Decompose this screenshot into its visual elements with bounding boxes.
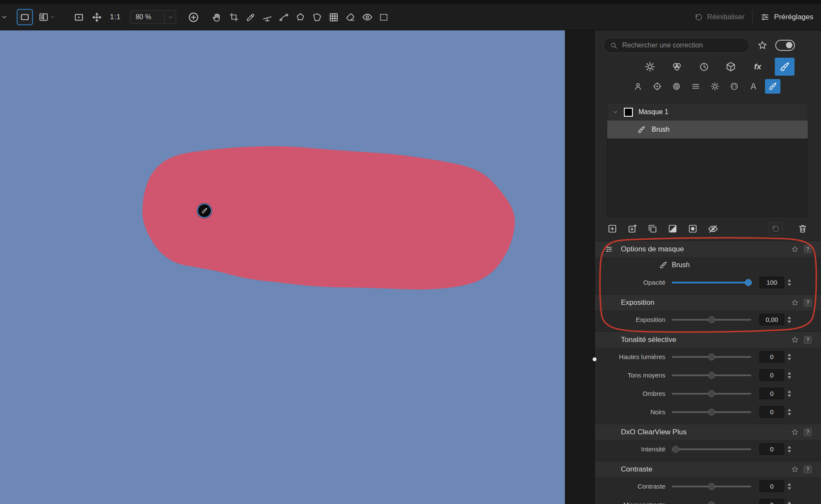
mask-thumbnail[interactable]: [624, 108, 633, 117]
step-down-icon[interactable]: [788, 376, 791, 379]
slider-thumb[interactable]: [708, 316, 715, 323]
mask-tool-row[interactable]: Brush: [607, 121, 808, 139]
step-down-icon[interactable]: [788, 321, 791, 323]
tab-detail[interactable]: [694, 58, 714, 76]
toggle-mask-visibility-button[interactable]: [707, 224, 718, 234]
shadows-slider[interactable]: [672, 393, 751, 395]
step-down-icon[interactable]: [788, 450, 791, 453]
blacks-slider[interactable]: [672, 411, 751, 413]
midtones-slider[interactable]: [672, 374, 751, 376]
search-input[interactable]: [622, 41, 743, 49]
value-stepper[interactable]: [788, 354, 791, 360]
reset-button[interactable]: Réinitialiser: [694, 13, 744, 21]
hand-tool-button[interactable]: [212, 12, 222, 23]
step-down-icon[interactable]: [788, 413, 791, 416]
value-box[interactable]: 0: [759, 443, 784, 455]
polygon-tool-button[interactable]: [312, 12, 322, 23]
step-up-icon[interactable]: [788, 501, 791, 504]
value-stepper[interactable]: [788, 279, 791, 286]
step-up-icon[interactable]: [788, 409, 791, 411]
value-box[interactable]: 0: [759, 480, 784, 492]
help-button[interactable]: ?: [804, 299, 812, 307]
control-line-button[interactable]: [669, 79, 684, 94]
zoom-in-button[interactable]: [187, 11, 200, 24]
help-button[interactable]: ?: [804, 428, 812, 436]
control-point-button[interactable]: [650, 79, 665, 94]
zoom-level-select[interactable]: 80 %: [130, 10, 176, 24]
section-header-contrast[interactable]: Contraste ?: [595, 461, 821, 477]
fill-mask-button[interactable]: [687, 224, 698, 234]
tab-effects[interactable]: fx: [748, 58, 768, 76]
favorites-filter-button[interactable]: [757, 40, 768, 50]
presets-button[interactable]: Préréglages: [760, 12, 813, 22]
star-icon[interactable]: [791, 299, 799, 307]
tab-color[interactable]: [667, 58, 687, 76]
value-stepper[interactable]: [788, 390, 791, 397]
slider-thumb[interactable]: [708, 501, 715, 504]
invert-mask-button[interactable]: [667, 224, 678, 234]
step-up-icon[interactable]: [788, 316, 791, 319]
help-button[interactable]: ?: [804, 466, 812, 473]
luminance-mask-button[interactable]: [707, 79, 723, 94]
exposure-slider[interactable]: [672, 319, 751, 321]
section-header-mask-options[interactable]: Options de masque ?: [595, 241, 821, 257]
section-header-selective-tone[interactable]: Tonalité sélective ?: [595, 331, 821, 348]
value-box[interactable]: 0,00: [759, 314, 784, 325]
value-box[interactable]: 0: [759, 388, 784, 399]
selection-tool-button[interactable]: [378, 12, 389, 23]
step-up-icon[interactable]: [788, 372, 791, 374]
section-header-exposure[interactable]: Exposition ?: [595, 294, 821, 310]
zoom-1-1-button[interactable]: 1:1: [110, 13, 121, 21]
compare-view-button[interactable]: [17, 9, 33, 25]
step-up-icon[interactable]: [788, 446, 791, 448]
step-down-icon[interactable]: [788, 487, 791, 490]
value-stepper[interactable]: [788, 409, 791, 416]
help-button[interactable]: ?: [804, 336, 812, 344]
horizon-tool-button[interactable]: [262, 12, 272, 23]
split-view-button[interactable]: [38, 12, 55, 23]
undo-mask-button[interactable]: [769, 222, 783, 235]
mask-item[interactable]: Masque 1: [607, 103, 808, 121]
new-mask-button[interactable]: [607, 224, 618, 234]
crop-tool-button[interactable]: [228, 12, 239, 22]
control-point-tool-button[interactable]: [278, 12, 289, 23]
star-icon[interactable]: [791, 428, 799, 436]
chevron-down-icon[interactable]: [612, 109, 618, 115]
tab-geometry[interactable]: [721, 58, 741, 76]
move-tool-button[interactable]: [92, 12, 102, 23]
slider-thumb[interactable]: [708, 483, 715, 490]
step-down-icon[interactable]: [788, 283, 791, 286]
search-correction-field[interactable]: [603, 38, 750, 53]
gradient-filter-button[interactable]: [688, 79, 703, 94]
value-box[interactable]: 0: [759, 369, 784, 381]
slider-thumb[interactable]: [708, 409, 715, 416]
highlights-slider[interactable]: [672, 356, 751, 358]
help-button[interactable]: ?: [804, 245, 812, 253]
chroma-mask-button[interactable]: [726, 79, 742, 94]
portrait-mask-button[interactable]: [630, 79, 646, 94]
value-stepper[interactable]: [788, 483, 791, 490]
star-icon[interactable]: [791, 466, 799, 473]
eraser-tool-button[interactable]: [345, 12, 356, 23]
active-corrections-toggle[interactable]: [775, 40, 795, 51]
panel-divider[interactable]: [594, 30, 595, 504]
step-up-icon[interactable]: [788, 279, 791, 282]
show-mask-button[interactable]: [362, 12, 372, 23]
slider-thumb[interactable]: [672, 446, 679, 453]
opacity-slider[interactable]: [672, 282, 751, 283]
value-stepper[interactable]: [788, 501, 791, 504]
step-up-icon[interactable]: [788, 390, 791, 393]
duplicate-mask-button[interactable]: [647, 224, 658, 234]
star-icon[interactable]: [791, 336, 799, 344]
transform-tool-button[interactable]: [328, 12, 339, 23]
fit-screen-button[interactable]: [73, 12, 85, 23]
step-down-icon[interactable]: [788, 358, 791, 360]
star-icon[interactable]: [791, 245, 799, 253]
value-box[interactable]: 0: [759, 406, 784, 418]
chevron-down-icon[interactable]: [0, 14, 8, 21]
step-down-icon[interactable]: [788, 395, 791, 397]
value-stepper[interactable]: [788, 316, 791, 323]
step-up-icon[interactable]: [788, 483, 791, 486]
text-mask-button[interactable]: [746, 79, 761, 94]
section-header-clearview[interactable]: DxO ClearView Plus ?: [595, 424, 821, 440]
